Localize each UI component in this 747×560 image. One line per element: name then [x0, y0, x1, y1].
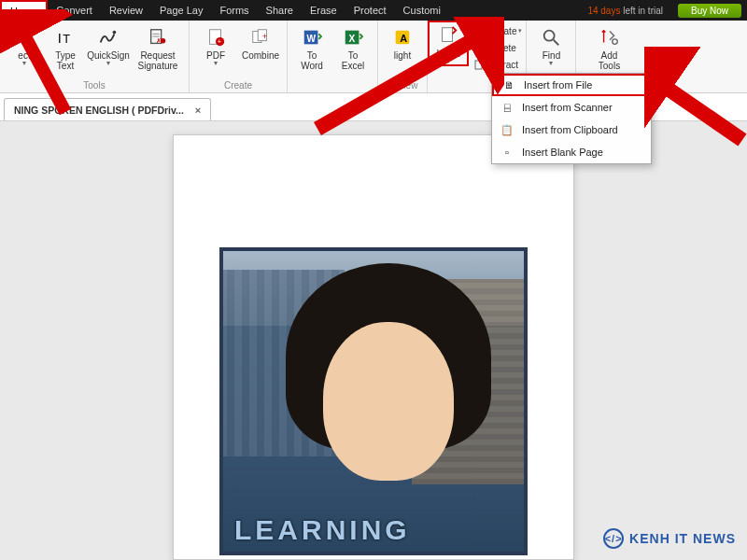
- group-create-label: Create: [224, 80, 252, 92]
- watermark-icon: </>: [603, 528, 624, 549]
- menu-home[interactable]: Home: [0, 0, 48, 21]
- trial-status: 14 days left in trial: [578, 6, 672, 16]
- blank-page-icon: ▫: [500, 145, 514, 160]
- group-review-label: Review: [388, 80, 418, 92]
- excel-icon: X: [342, 26, 364, 49]
- rotate-button[interactable]: ⟳Rotate▾: [472, 22, 522, 39]
- type-text-icon: IT: [54, 26, 77, 49]
- menu-share[interactable]: Share: [258, 0, 302, 21]
- group-convert-label: [331, 80, 334, 92]
- menu-convert[interactable]: Convert: [48, 0, 101, 21]
- svg-text:I: I: [58, 31, 62, 46]
- document-page[interactable]: LEARNING: [173, 134, 574, 560]
- file-icon: 🗎: [501, 77, 516, 92]
- cursor-icon: [13, 26, 35, 49]
- extract-button[interactable]: Extract: [472, 56, 522, 73]
- request-signature-icon: ✗: [147, 26, 169, 49]
- svg-text:+: +: [218, 37, 221, 46]
- close-tab-button[interactable]: ×: [195, 105, 201, 116]
- highlight-icon: A: [391, 26, 414, 49]
- add-tools-button[interactable]: Add Tools: [587, 22, 632, 71]
- clipboard-icon: 📋: [500, 122, 514, 137]
- to-excel-button[interactable]: X To Excel: [332, 22, 374, 71]
- svg-line-22: [554, 40, 559, 46]
- pdf-icon: +: [204, 26, 227, 49]
- svg-text:W: W: [307, 34, 317, 44]
- menu-page-layout[interactable]: Page Lay: [151, 0, 211, 21]
- delete-button[interactable]: Delete: [472, 39, 522, 56]
- svg-rect-20: [475, 61, 482, 69]
- svg-text:T: T: [63, 32, 70, 46]
- scanner-icon: ⌸: [500, 100, 514, 115]
- highlight-button[interactable]: A light: [382, 22, 423, 61]
- word-icon: W: [301, 26, 323, 49]
- group-tools-label: Tools: [83, 80, 105, 92]
- svg-text:A: A: [400, 33, 407, 44]
- select-button[interactable]: ect▾: [4, 22, 45, 66]
- menu-customize[interactable]: Customi: [395, 0, 449, 21]
- workspace: LEARNING: [0, 121, 747, 560]
- menu-protect[interactable]: Protect: [345, 0, 395, 21]
- svg-text:+: +: [262, 32, 267, 41]
- cover-title: LEARNING: [234, 514, 411, 546]
- insert-dropdown: 🗎Insert from File ⌸Insert from Scanner 📋…: [491, 73, 652, 164]
- watermark: </> KENH IT NEWS: [603, 528, 736, 549]
- find-icon: [540, 26, 562, 49]
- to-word-button[interactable]: W To Word: [291, 22, 332, 71]
- quicksign-icon: [97, 26, 120, 49]
- add-tools-icon: [599, 26, 621, 49]
- combine-icon: +: [249, 26, 272, 49]
- insert-from-scanner[interactable]: ⌸Insert from Scanner: [492, 96, 651, 119]
- svg-point-23: [612, 39, 617, 45]
- quicksign-button[interactable]: QuickSign▾: [86, 22, 131, 66]
- request-signature-button[interactable]: ✗ Request Signature: [131, 22, 185, 71]
- svg-point-2: [113, 31, 117, 35]
- insert-page-icon: [437, 24, 459, 47]
- insert-blank-page[interactable]: ▫Insert Blank Page: [492, 141, 651, 163]
- find-button[interactable]: Find▾: [530, 22, 571, 66]
- combine-button[interactable]: + Combine: [238, 22, 283, 61]
- extract-icon: [472, 58, 486, 71]
- book-cover: LEARNING: [219, 247, 528, 555]
- pdf-create-button[interactable]: + PDF▾: [193, 22, 238, 66]
- insert-from-clipboard[interactable]: 📋Insert from Clipboard: [492, 119, 651, 141]
- menu-forms[interactable]: Forms: [211, 0, 257, 21]
- menu-bar: Home Convert Review Page Lay Forms Share…: [0, 0, 747, 21]
- type-text-button[interactable]: IT Type Text: [45, 22, 86, 71]
- document-tab[interactable]: NING SPOKEN ENGLISH ( PDFDriv... ×: [4, 98, 211, 120]
- menu-erase[interactable]: Erase: [302, 0, 345, 21]
- buy-now-button[interactable]: Buy Now: [678, 4, 741, 18]
- delete-icon: [472, 41, 486, 54]
- svg-point-5: [161, 38, 166, 43]
- menu-review[interactable]: Review: [101, 0, 151, 21]
- insert-from-file[interactable]: 🗎Insert from File: [492, 74, 651, 96]
- svg-text:X: X: [348, 34, 355, 44]
- document-tab-title: NING SPOKEN ENGLISH ( PDFDriv...: [14, 105, 184, 116]
- svg-point-21: [544, 31, 555, 41]
- insert-button[interactable]: Insert▾: [428, 21, 469, 66]
- svg-rect-18: [443, 28, 453, 42]
- rotate-icon: ⟳: [472, 24, 486, 37]
